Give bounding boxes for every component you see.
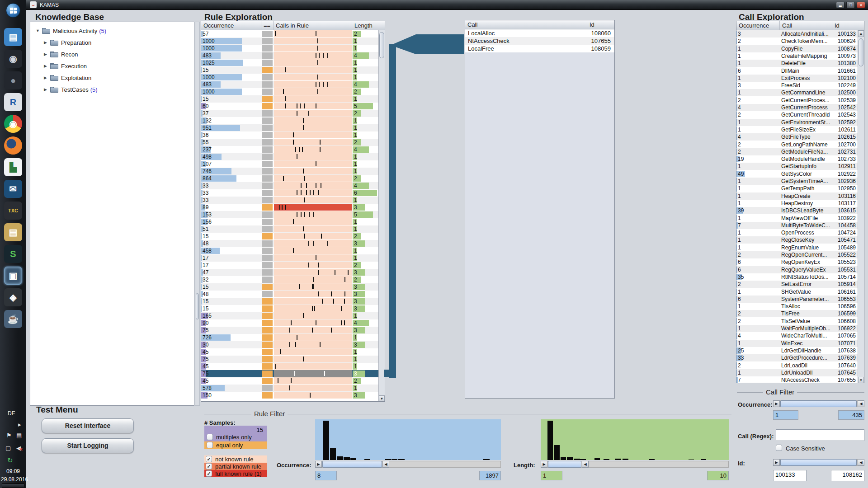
col-calls-in-rule[interactable]: Calls in Rule [274, 21, 352, 30]
call-exploration-row[interactable]: 1MapViewOfFile103922 [736, 215, 858, 222]
tree-item-recon[interactable]: ▶Recon [44, 49, 78, 59]
rule-row[interactable]: 151 [201, 66, 385, 74]
rule-row[interactable]: 753 [201, 370, 385, 377]
rule-row[interactable]: 4834 [201, 52, 385, 59]
call-exploration-row[interactable]: 35RtlNtStatusToDos...105714 [736, 273, 858, 281]
call-exploration-row[interactable]: 39IsDBCSLeadByte103615 [736, 207, 858, 214]
rule-row[interactable]: 303 [201, 341, 385, 348]
rule-row[interactable]: 1503 [201, 392, 385, 399]
rule-row[interactable]: 1321 [201, 117, 385, 124]
call-exploration-row[interactable]: 1OpenProcess104724 [736, 229, 858, 236]
scrollbar-thumb[interactable] [379, 32, 384, 58]
col-call[interactable]: Call [780, 21, 832, 30]
call-exploration-row[interactable]: 25LdrGetDllHandle107638 [736, 347, 858, 354]
col-id[interactable]: Id [832, 21, 858, 30]
language-indicator[interactable]: DE [8, 410, 15, 417]
call-exploration-row[interactable]: 4WideCharToMulti...107065 [736, 332, 858, 339]
call-exploration-row[interactable]: 2LdrLoadDll107640 [736, 362, 858, 369]
call-exploration-row[interactable]: 6RegOpenKeyEx105523 [736, 258, 858, 266]
java-icon[interactable]: ☕ [4, 310, 22, 328]
rule-row[interactable]: 751 [201, 356, 385, 363]
scrollbar-thumb[interactable] [859, 38, 863, 66]
call-exploration-row[interactable]: 2RegOpenCurrent...105522 [736, 251, 858, 258]
rule-row[interactable]: 8642 [201, 175, 385, 182]
length-slider-thumb[interactable] [548, 461, 581, 468]
col-id[interactable]: Id [587, 20, 614, 29]
full-known-checkbox[interactable]: ✓ [206, 470, 212, 477]
call-exploration-row[interactable]: 1WinExec107071 [736, 340, 858, 347]
call-exploration-row[interactable]: 7NtAccessCheck107655 [736, 376, 858, 383]
reset-interface-button[interactable]: Reset Interface [42, 418, 134, 433]
firefox-icon[interactable]: ◗ [4, 136, 22, 155]
rule-row[interactable]: 904 [201, 319, 385, 327]
network-icon[interactable]: ▢ [5, 445, 11, 451]
case-sensitive-checkbox[interactable] [776, 445, 782, 451]
file-manager-icon[interactable]: ▤ [4, 223, 22, 241]
col-occurrence[interactable]: Occurrence [201, 21, 261, 30]
kamas-active-icon[interactable]: ▣ [4, 267, 22, 285]
call-exploration-row[interactable]: 1HeapCreate103116 [736, 192, 858, 200]
call-exploration-row[interactable]: 1WaitForMultipleOb...106922 [736, 325, 858, 332]
slider-right-arrow-icon[interactable]: ◀ [858, 400, 864, 407]
clock-time[interactable]: 09:09 [6, 468, 20, 474]
slider-left-arrow-icon[interactable]: ▶ [773, 459, 780, 466]
rule-call-row[interactable]: NtAccessCheck107655 [465, 37, 614, 45]
call-exploration-row[interactable]: 1CopyFile100874 [736, 45, 858, 52]
rule-row[interactable]: 4581 [201, 247, 385, 254]
call-exploration-row[interactable]: 2GetCurrentThreadId102543 [736, 111, 858, 118]
chevron-down-icon[interactable]: ▼ [36, 28, 42, 33]
flag-icon[interactable]: ⚑ [6, 432, 12, 439]
clock-date[interactable]: 29.08.2016 [1, 476, 28, 483]
col-length[interactable]: Length [352, 21, 378, 30]
rule-row[interactable]: 483 [201, 291, 385, 298]
call-exploration-scrollbar[interactable]: ▲ ▼ [858, 30, 864, 383]
rule-row[interactable]: 336 [201, 189, 385, 197]
rule-row[interactable]: 4834 [201, 81, 385, 88]
rule-row[interactable]: 5781 [201, 385, 385, 392]
call-exploration-row[interactable]: 1TlsAlloc106596 [736, 303, 858, 310]
rule-row[interactable]: 322 [201, 276, 385, 283]
scroll-down-icon[interactable]: ▼ [379, 395, 385, 402]
call-exploration-row[interactable]: 6RegQueryValueEx105531 [736, 266, 858, 273]
rule-row[interactable]: 451 [201, 363, 385, 370]
slider-left-arrow-icon[interactable]: ▶ [315, 461, 322, 468]
scroll-down-icon[interactable]: ▼ [858, 377, 864, 383]
rule-row[interactable]: 552 [201, 139, 385, 146]
sync-icon[interactable]: ↻ [7, 456, 13, 465]
tree-item-malicious-activity[interactable]: ▼ Malicious Activity (5) [36, 26, 106, 36]
call-exploration-row[interactable]: 49GetSysColor102922 [736, 170, 858, 178]
call-exploration-row[interactable]: 1GetTempPath102950 [736, 185, 858, 192]
call-exploration-row[interactable]: 1GetSystemTimeA...102936 [736, 178, 858, 185]
tray-expand-icon[interactable]: ▶ [18, 422, 21, 427]
chevron-right-icon[interactable]: ▶ [44, 64, 50, 68]
chrome-icon[interactable]: ◉ [4, 115, 22, 133]
rule-row[interactable]: 153 [201, 298, 385, 305]
call-exploration-row[interactable]: 1GetFileSizeEx102611 [736, 126, 858, 133]
speaker-muted-icon[interactable]: ◀✕ [16, 445, 21, 451]
rule-row[interactable]: 372 [201, 110, 385, 117]
rule-row[interactable]: 10001 [201, 38, 385, 45]
titlebar[interactable]: ⌣ KAMAS ▃ ❐ ✕ [26, 0, 868, 10]
minimize-button[interactable]: ▃ [836, 2, 844, 8]
explorer-icon[interactable]: ▤ [4, 28, 22, 46]
maximize-button[interactable]: ❐ [846, 2, 855, 8]
rule-row[interactable]: 4981 [201, 153, 385, 160]
rule-row[interactable]: 171 [201, 254, 385, 262]
s-app-icon[interactable]: S [4, 245, 22, 263]
scroll-up-icon[interactable]: ▲ [858, 30, 864, 37]
close-button[interactable]: ✕ [857, 2, 865, 8]
rule-row[interactable]: 1071 [201, 160, 385, 168]
call-exploration-row[interactable]: 2GetLongPathName102700 [736, 141, 858, 148]
rule-row[interactable]: 361 [201, 131, 385, 139]
call-exploration-row[interactable]: 6SystemParameter...106553 [736, 296, 858, 303]
call-regex-input[interactable] [776, 429, 864, 441]
call-exploration-row[interactable]: 19GetModuleHandle102733 [736, 155, 858, 163]
call-exploration-row[interactable]: 2SetLastError105914 [736, 281, 858, 288]
call-exploration-row[interactable]: 6DllMain101661 [736, 67, 858, 75]
call-exploration-row[interactable]: 2GetModuleFileNa...102731 [736, 148, 858, 155]
scrollbar-thumb[interactable] [196, 293, 199, 319]
media-player-icon[interactable]: ● [4, 71, 22, 89]
unity-icon[interactable]: ◈ [4, 288, 22, 306]
rule-row[interactable]: 572 [201, 30, 385, 38]
id-slider-thumb[interactable] [780, 459, 857, 466]
